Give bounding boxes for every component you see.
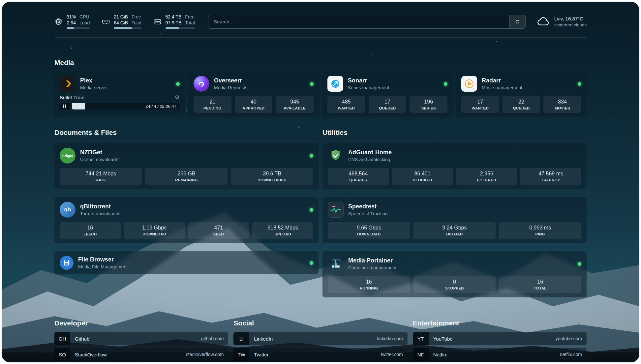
speedtest-icon	[328, 202, 344, 218]
bookmark-name: Netflix	[433, 348, 447, 361]
stat-value: 498,564	[329, 171, 387, 177]
stat-remaining: 266 GB REMAINING	[145, 168, 228, 185]
bookmark-abbr: LI	[233, 332, 249, 345]
stat-label: RATE	[61, 178, 141, 182]
stat-value: 0	[415, 279, 495, 285]
stat-queries: 498,564 QUERIES	[328, 168, 389, 185]
bookmark-url: youtube.com	[556, 332, 582, 345]
stat-label: REMAINING	[147, 178, 227, 182]
bookmark-youtube[interactable]: YT YouTube youtube.com	[413, 332, 587, 345]
search-bar: G	[208, 15, 526, 29]
stat-rate: 744.21 Mbps RATE	[60, 168, 142, 185]
memory-widget: 21 GiB Free 64 GiB Total	[102, 14, 141, 29]
bookmark-abbr: NF	[413, 348, 429, 361]
stat-pending: 21 PENDING	[194, 96, 231, 113]
section-title-social: Social	[233, 319, 407, 327]
service-card-overseerr[interactable]: Overseerr Media Requests 21 PENDING 40 A…	[188, 71, 319, 117]
section-title-entertainment: Entertainment	[413, 319, 587, 327]
service-card-filebrowser[interactable]: File Browser Media File Management	[54, 251, 319, 274]
stat-label: SERIES	[411, 106, 446, 110]
bookmark-netflix[interactable]: NF Netflix netflix.com	[413, 348, 587, 361]
header: 31% CPU 2.94 Load	[54, 14, 587, 29]
playback-progressbar[interactable]: 24:44 / 02:06:47	[72, 103, 180, 109]
bookmark-name: YouTube	[433, 332, 453, 345]
bookmark-linkedin[interactable]: LI LinkedIn linkedin.com	[233, 332, 407, 345]
stat-series: 196 SERIES	[410, 96, 447, 113]
stat-label: PING	[500, 232, 580, 236]
memory-total: 64 GiB	[114, 20, 128, 26]
service-name: Media Portainer	[348, 257, 396, 264]
stat-filtered: 2,956 FILTERED	[456, 168, 517, 185]
service-description: Media File Management	[78, 264, 128, 269]
stat-value: 0.993 ms	[500, 225, 580, 231]
stat-value: 1.19 Gbps	[125, 225, 184, 231]
service-card-radarr[interactable]: Radarr Movie management 17 WANTED 22 QUE…	[456, 71, 587, 117]
service-card-sonarr[interactable]: Sonarr Series management 485 WANTED 17 Q…	[322, 71, 453, 117]
service-name: NZBGet	[80, 149, 120, 156]
pause-button[interactable]	[60, 103, 70, 109]
gear-icon[interactable]: ⚙	[175, 95, 180, 100]
service-description: Media Requests	[214, 85, 247, 90]
service-card-adguard[interactable]: AdGuard Home DNS and adblocking 498,564 …	[322, 143, 587, 189]
stat-label: AVAILABLE	[277, 106, 312, 110]
service-name: Radarr	[482, 77, 522, 84]
bookmark-twitter[interactable]: TW Twitter twitter.com	[233, 348, 407, 361]
bookmark-abbr: YT	[413, 332, 429, 345]
bookmark-name: Twitter	[254, 348, 268, 361]
bookmark-url: netflix.com	[560, 348, 582, 361]
service-name: AdGuard Home	[348, 149, 392, 156]
service-card-nzbget[interactable]: nzbget NZBGet Usenet downloader 744.21 M…	[54, 143, 319, 189]
service-description: Torrent downloader	[80, 211, 120, 216]
stat-value: 471	[190, 225, 248, 231]
documents-column: Documents & Files nzbget NZBGet Usenet d…	[54, 129, 319, 274]
header-divider	[54, 38, 587, 38]
cloud-icon	[537, 15, 550, 28]
service-card-portainer[interactable]: Media Portainer Container management 16 …	[322, 251, 587, 297]
service-card-speedtest[interactable]: Speedtest Speedtest Tracking 9.65 Gbps D…	[322, 197, 587, 243]
stat-value: 618.52 Mbps	[254, 225, 312, 231]
stat-stopped: 0 STOPPED	[413, 276, 496, 293]
bookmark-stackoverflow[interactable]: SO StackOverflow stackoverflow.com	[54, 348, 228, 361]
status-dot	[310, 154, 313, 158]
plex-icon	[60, 76, 76, 92]
system-stats: 31% CPU 2.94 Load	[54, 14, 195, 29]
status-dot	[176, 82, 180, 86]
disk-progressbar	[166, 27, 195, 29]
memory-total-label: Total	[132, 20, 141, 26]
nzbget-icon-text: nzbget	[62, 154, 73, 158]
bookmark-github[interactable]: GH Github github.com	[54, 332, 228, 345]
search-provider-button[interactable]: G	[509, 15, 525, 28]
stat-label: MOVIES	[545, 106, 580, 110]
service-name: Overseerr	[214, 77, 247, 84]
stat-label: QUEUED	[504, 106, 539, 110]
stat-value: 21	[195, 99, 230, 105]
portainer-icon	[328, 256, 344, 272]
stat-value: 945	[277, 99, 312, 105]
screenshot-frame: 31% CPU 2.94 Load	[0, 0, 641, 364]
bookmark-url: stackoverflow.com	[186, 348, 224, 361]
disk-icon	[153, 17, 162, 26]
service-name: Speedtest	[348, 203, 388, 210]
service-card-plex[interactable]: Plex Media server Bullet Train ⚙ 24:44	[54, 71, 185, 117]
stat-running: 16 RUNNING	[328, 276, 410, 293]
status-dot	[578, 262, 581, 266]
disk-total: 97.9 TB	[166, 20, 182, 26]
stat-wanted: 485 WANTED	[327, 96, 365, 113]
stat-value: 196	[411, 99, 446, 105]
service-card-qbittorrent[interactable]: qb qBittorrent Torrent downloader 16	[54, 197, 319, 243]
bookmark-group-entertainment: Entertainment YT YouTube youtube.com NF …	[413, 319, 587, 362]
bookmark-name: Github	[75, 332, 89, 345]
stat-download: 9.65 Gbps DOWNLOAD	[328, 222, 410, 239]
cpu-progressbar	[67, 27, 90, 29]
stat-seed: 471 SEED	[188, 222, 249, 239]
media-card-grid: Plex Media server Bullet Train ⚙ 24:44	[54, 71, 587, 117]
weather-location: Lviv, 16.87°C	[554, 16, 587, 21]
status-dot	[310, 82, 314, 86]
section-title-developer: Developer	[54, 319, 228, 327]
search-input[interactable]	[208, 15, 509, 28]
bookmarks-section: Developer GH Github github.com SO StackO…	[54, 319, 587, 362]
stat-value: 9.24 Gbps	[415, 225, 495, 231]
memory-icon	[102, 17, 110, 26]
service-description: Movie management	[482, 85, 522, 90]
cpu-percent: 31%	[67, 14, 76, 20]
